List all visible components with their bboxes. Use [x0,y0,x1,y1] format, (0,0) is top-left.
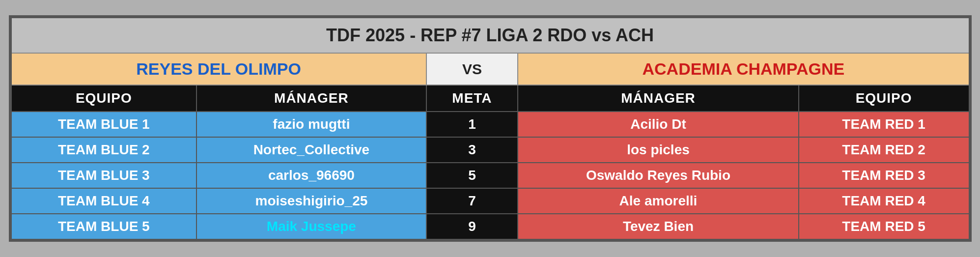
manager-blue-cell: fazio mugtti [196,112,426,137]
team-red-cell: TEAM RED 4 [799,188,969,214]
table-row: TEAM BLUE 4moiseshigirio_257Ale amorelli… [11,188,969,214]
team-blue-cell: TEAM BLUE 5 [11,214,196,240]
manager-red-cell: Ale amorelli [518,188,798,214]
manager-red-cell: Tevez Bien [518,214,798,240]
team-blue-cell: TEAM BLUE 1 [11,112,196,137]
table-row: TEAM BLUE 2Nortec_Collective3los piclesT… [11,137,969,163]
manager-red-cell: Acilio Dt [518,112,798,137]
meta-cell: 3 [426,137,518,163]
manager-red-cell: los picles [518,137,798,163]
main-table: TDF 2025 - REP #7 LIGA 2 RDO vs ACH REYE… [10,17,970,240]
header-manager-right: MÁNAGER [518,85,798,112]
manager-blue-cell: moiseshigirio_25 [196,188,426,214]
meta-cell: 1 [426,112,518,137]
header-equipo-right: EQUIPO [799,85,969,112]
header-row: EQUIPO MÁNAGER META MÁNAGER EQUIPO [11,85,969,112]
manager-blue-cell: Maik Jussepe [196,214,426,240]
team-names-row: REYES DEL OLIMPO VS ACADEMIA CHAMPAGNE [11,53,969,85]
header-meta: META [426,85,518,112]
team-red-cell: TEAM RED 5 [799,214,969,240]
main-table-wrapper: TDF 2025 - REP #7 LIGA 2 RDO vs ACH REYE… [9,15,972,242]
header-manager-left: MÁNAGER [196,85,426,112]
page-container: TDF 2025 - REP #7 LIGA 2 RDO vs ACH REYE… [0,0,980,257]
header-equipo-left: EQUIPO [11,85,196,112]
team-blue-cell: TEAM BLUE 4 [11,188,196,214]
page-title: TDF 2025 - REP #7 LIGA 2 RDO vs ACH [11,18,969,54]
team-red-cell: TEAM RED 2 [799,137,969,163]
team-red-cell: TEAM RED 3 [799,163,969,188]
meta-cell: 9 [426,214,518,240]
title-row: TDF 2025 - REP #7 LIGA 2 RDO vs ACH [11,18,969,54]
right-team-name: ACADEMIA CHAMPAGNE [518,53,969,85]
meta-cell: 5 [426,163,518,188]
manager-blue-cell: Nortec_Collective [196,137,426,163]
team-blue-cell: TEAM BLUE 2 [11,137,196,163]
vs-label: VS [426,53,518,85]
table-row: TEAM BLUE 5Maik Jussepe9Tevez BienTEAM R… [11,214,969,240]
manager-red-cell: Oswaldo Reyes Rubio [518,163,798,188]
table-row: TEAM BLUE 3carlos_966905Oswaldo Reyes Ru… [11,163,969,188]
team-red-cell: TEAM RED 1 [799,112,969,137]
manager-blue-cell: carlos_96690 [196,163,426,188]
table-row: TEAM BLUE 1fazio mugtti1Acilio DtTEAM RE… [11,112,969,137]
meta-cell: 7 [426,188,518,214]
team-blue-cell: TEAM BLUE 3 [11,163,196,188]
left-team-name: REYES DEL OLIMPO [11,53,426,85]
